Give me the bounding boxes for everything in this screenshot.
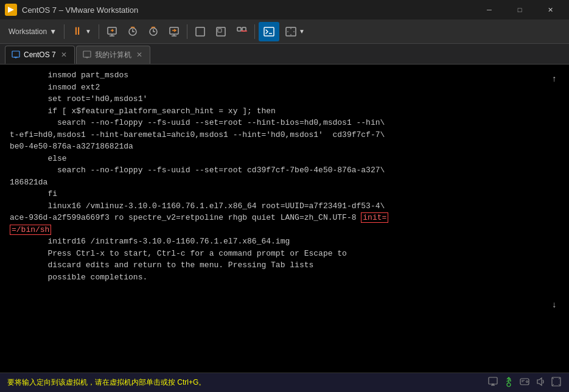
- term-line-12: search --no-floppy --fs-uuid --set=root …: [0, 164, 569, 177]
- toolbar-view-btn-3[interactable]: [232, 22, 251, 41]
- svg-point-28: [507, 383, 511, 387]
- pause-icon: ⏸: [72, 25, 83, 38]
- title-text: CentOS 7 – VMware Workstation: [22, 5, 470, 15]
- term-line-16: ace-936d-a2f599a669f3 ro spectre_v2=retp…: [0, 212, 569, 224]
- svg-marker-0: [8, 7, 14, 13]
- svg-rect-11: [218, 29, 222, 32]
- pause-button[interactable]: ⏸ ▼: [68, 22, 95, 41]
- usb-status-icon[interactable]: [503, 376, 514, 389]
- console-button[interactable]: [259, 22, 279, 41]
- normal-view-icon: [195, 26, 206, 37]
- status-icons: [487, 376, 562, 389]
- centos7-tab-icon: [12, 51, 20, 59]
- mypc-tab-close[interactable]: ✕: [135, 51, 144, 59]
- app-icon: [5, 4, 17, 16]
- stretch-status-icon[interactable]: [551, 376, 562, 389]
- screen-dropdown-arrow: ▼: [299, 28, 305, 35]
- toolbar-btn-1[interactable]: [103, 22, 121, 41]
- toolbar-btn-2[interactable]: [124, 22, 142, 41]
- term-line-5: insmod ext2: [0, 82, 569, 94]
- term-line-4: insmod part_msdos: [0, 69, 569, 82]
- status-text: 要将输入定向到该虚拟机，请在虚拟机内部单击或按 Ctrl+G。: [7, 377, 483, 388]
- tab-centos7[interactable]: CentOS 7 ✕: [5, 46, 75, 64]
- minimize-button[interactable]: ─: [475, 0, 503, 19]
- tab-mypc[interactable]: 我的计算机 ✕: [76, 46, 150, 64]
- centos7-tab-close[interactable]: ✕: [60, 51, 68, 59]
- hdd-status-icon[interactable]: [519, 376, 530, 389]
- term-line-6: set root='hd0,msdos1': [0, 93, 569, 105]
- centos7-tab-label: CentOS 7: [24, 51, 56, 59]
- send-to-vm-icon: [106, 26, 117, 37]
- tabs-bar: CentOS 7 ✕ 我的计算机 ✕: [0, 44, 569, 65]
- window-controls: ─ □ ✕: [475, 0, 564, 19]
- screen-size-button[interactable]: ▼: [282, 22, 309, 41]
- toolbar-separator-1: [64, 24, 65, 39]
- svg-rect-9: [196, 27, 204, 36]
- svg-rect-24: [489, 377, 497, 384]
- unity-icon: [236, 26, 247, 37]
- workstation-menu-button[interactable]: Workstation ▼: [5, 22, 60, 41]
- term-line-10: be0-4e50-876a-a327186821da: [0, 141, 569, 153]
- scroll-up-arrow: ↑: [552, 73, 557, 86]
- toolbar-view-btn-1[interactable]: [191, 22, 209, 41]
- toolbar-btn-4[interactable]: [165, 22, 183, 41]
- close-button[interactable]: ✕: [536, 0, 564, 19]
- network-status-icon[interactable]: [487, 376, 498, 389]
- pause-dropdown-arrow: ▼: [85, 28, 91, 35]
- toolbar-btn-3[interactable]: [144, 22, 162, 41]
- full-screen-icon: [215, 26, 226, 37]
- toolbar-view-btn-2[interactable]: [212, 22, 230, 41]
- workstation-dropdown-arrow: ▼: [49, 27, 57, 36]
- term-line-17: =/bin/sh: [0, 224, 569, 236]
- mypc-tab-label: 我的计算机: [95, 50, 131, 60]
- screen-size-icon: [285, 26, 296, 37]
- mypc-tab-icon: [83, 51, 91, 59]
- workstation-label: Workstation: [9, 27, 47, 36]
- volume-status-icon[interactable]: [535, 376, 546, 389]
- svg-rect-15: [264, 27, 274, 36]
- svg-rect-12: [237, 27, 241, 31]
- term-line-15: linux16 /vmlinuz-3.10.0-1160.76.1.el7.x8…: [0, 200, 569, 212]
- term-line-14: fi: [0, 188, 569, 200]
- term-line-7: if [ x$feature_platform_search_hint = xy…: [0, 105, 569, 117]
- toolbar-separator-4: [254, 24, 255, 39]
- term-line-22: possible completions.: [0, 271, 569, 284]
- status-bar: 要将输入定向到该虚拟机，请在虚拟机内部单击或按 Ctrl+G。: [0, 373, 569, 392]
- snapshot-icon: [127, 26, 138, 37]
- console-icon: [264, 26, 274, 37]
- main-container: CentOS 7 – VMware Workstation ─ □ ✕ Work…: [0, 0, 569, 392]
- term-line-13: 186821da: [0, 177, 569, 189]
- term-line-18: initrd16 /initramfs-3.10.0-1160.76.1.el7…: [0, 236, 569, 248]
- term-line-8: search --no-floppy --fs-uuid --set=root …: [0, 117, 569, 129]
- scroll-down-arrow: ↓: [552, 299, 557, 312]
- term-line-20: Press Ctrl-x to start, Ctrl-c for a comm…: [0, 248, 569, 260]
- terminal[interactable]: ↑ insmod part_msdos insmod ext2 set root…: [0, 65, 569, 373]
- term-line-21: discard edits and return to the menu. Pr…: [0, 259, 569, 271]
- svg-rect-21: [83, 51, 91, 57]
- svg-point-35: [526, 381, 528, 383]
- term-line-9: t-efi=hd0,msdos1 --hint-baremetal=ahci0,…: [0, 129, 569, 141]
- svg-rect-18: [12, 51, 19, 57]
- restore-button[interactable]: □: [506, 0, 534, 19]
- vm-area[interactable]: ↑ insmod part_msdos insmod ext2 set root…: [0, 65, 569, 373]
- toolbar-separator-3: [187, 24, 187, 39]
- term-line-11: else: [0, 153, 569, 165]
- toolbar-separator-2: [99, 24, 99, 39]
- title-bar: CentOS 7 – VMware Workstation ─ □ ✕: [0, 0, 569, 19]
- send-file-icon: [169, 26, 180, 37]
- toolbar: Workstation ▼ ⏸ ▼: [0, 19, 569, 44]
- revert-icon: [148, 26, 159, 37]
- init-highlight: init=: [361, 212, 388, 223]
- binsh-highlight: =/bin/sh: [10, 225, 51, 235]
- svg-rect-13: [242, 27, 246, 31]
